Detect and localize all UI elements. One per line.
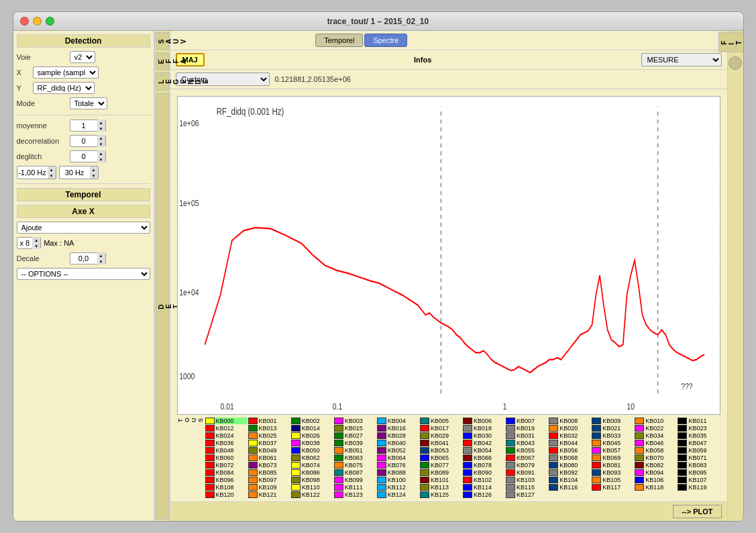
list-item[interactable]: KB022 [635, 425, 677, 432]
list-item[interactable]: KB034 [635, 432, 677, 439]
minimize-button[interactable] [33, 17, 42, 26]
list-item[interactable]: KB021 [592, 425, 634, 432]
x8-down[interactable]: ▼ [32, 243, 40, 249]
range-min[interactable] [17, 168, 48, 177]
list-item[interactable]: KB030 [463, 432, 505, 439]
list-item[interactable]: KB052 [377, 447, 419, 454]
list-item[interactable]: KB115 [506, 484, 548, 491]
list-item[interactable]: KB062 [291, 454, 333, 461]
plot-button[interactable]: --> PLOT [673, 505, 721, 518]
list-item[interactable]: KB072 [205, 462, 248, 469]
list-item[interactable]: KB118 [635, 484, 677, 491]
list-item[interactable]: KB107 [678, 477, 720, 483]
mesure-select[interactable]: MESURE [641, 53, 722, 66]
range-max-input[interactable]: ▲ ▼ [59, 166, 99, 179]
deglitch-input[interactable] [70, 152, 97, 160]
list-item[interactable]: KB116 [549, 484, 591, 491]
range-min-down[interactable]: ▼ [48, 173, 56, 179]
decale-spinbox[interactable]: ▲ ▼ [70, 252, 106, 264]
list-item[interactable]: KB096 [205, 477, 248, 483]
x-select[interactable]: sample (sampl [33, 66, 99, 79]
list-item[interactable]: KB114 [463, 484, 505, 491]
sauv-button[interactable]: SAUV [156, 32, 169, 50]
range-max-down[interactable]: ▼ [90, 173, 98, 179]
list-item[interactable]: KB079 [506, 462, 548, 469]
list-item[interactable]: KB112 [377, 484, 419, 491]
list-item[interactable]: KB073 [248, 462, 290, 469]
list-item[interactable]: KB008 [549, 418, 591, 424]
list-item[interactable]: KB050 [291, 447, 333, 454]
list-item[interactable]: KB108 [205, 484, 248, 491]
list-item[interactable]: KB091 [506, 469, 548, 476]
decale-input[interactable] [70, 254, 97, 262]
list-item[interactable]: KB069 [592, 454, 634, 461]
list-item[interactable]: KB044 [549, 440, 591, 446]
range-max[interactable] [60, 168, 90, 177]
x8-up[interactable]: ▲ [32, 237, 40, 243]
deglitch-down[interactable]: ▼ [97, 156, 105, 162]
detection-button[interactable]: DETECTION [156, 93, 169, 520]
list-item[interactable]: KB100 [377, 477, 419, 483]
list-item[interactable]: KB092 [549, 469, 591, 476]
list-item[interactable]: KB077 [420, 462, 462, 469]
list-item[interactable]: KB004 [377, 418, 419, 424]
list-item[interactable]: KB009 [592, 418, 634, 424]
list-item[interactable]: KB113 [420, 484, 462, 491]
options-select[interactable]: -- OPTIONS -- [17, 268, 150, 280]
list-item[interactable]: KB040 [377, 440, 419, 446]
list-item[interactable]: KB059 [678, 447, 720, 454]
list-item[interactable]: KB106 [635, 477, 677, 483]
list-item[interactable]: KB039 [334, 440, 376, 446]
list-item[interactable]: KB076 [377, 462, 419, 469]
list-item[interactable]: KB081 [592, 462, 634, 469]
list-item[interactable]: KB124 [377, 491, 419, 498]
list-item[interactable]: KB038 [291, 440, 333, 446]
compass-button[interactable] [728, 56, 742, 70]
list-item[interactable]: KB097 [248, 477, 290, 483]
list-item[interactable]: KB086 [291, 469, 333, 476]
list-item[interactable]: KB023 [678, 425, 720, 432]
decorrelation-spinbox[interactable]: ▲ ▼ [70, 135, 106, 147]
y-select[interactable]: RF_didq (Hz) [33, 82, 95, 94]
list-item[interactable]: KB063 [334, 454, 376, 461]
legende-button[interactable]: LEGENDE [156, 72, 169, 91]
list-item[interactable]: KB012 [205, 425, 248, 432]
fits-button[interactable]: FITS [718, 32, 743, 52]
list-item[interactable]: KB102 [463, 477, 505, 483]
list-item[interactable]: KB093 [592, 469, 634, 476]
list-item[interactable]: KB090 [463, 469, 505, 476]
list-item[interactable]: KB043 [506, 440, 548, 446]
list-item[interactable]: KB070 [635, 454, 677, 461]
decale-down[interactable]: ▼ [97, 258, 105, 264]
list-item[interactable]: KB084 [205, 469, 248, 476]
list-item[interactable]: KB121 [248, 491, 290, 498]
list-item[interactable]: KB036 [205, 440, 248, 446]
list-item[interactable]: KB029 [420, 432, 462, 439]
list-item[interactable]: KB048 [205, 447, 248, 454]
list-item[interactable]: KB035 [678, 432, 720, 439]
list-item[interactable]: KB057 [592, 447, 634, 454]
list-item[interactable]: KB051 [334, 447, 376, 454]
list-item[interactable]: KB042 [463, 440, 505, 446]
list-item[interactable]: KB045 [592, 440, 634, 446]
x8-spinbox[interactable]: x 8 ▲ ▼ [17, 237, 42, 249]
list-item[interactable]: KB013 [248, 425, 290, 432]
list-item[interactable]: KB105 [592, 477, 634, 483]
voie-select[interactable]: v2 [70, 51, 95, 63]
list-item[interactable]: KB078 [463, 462, 505, 469]
list-item[interactable]: KB060 [205, 454, 248, 461]
moyenne-up[interactable]: ▲ [97, 119, 105, 126]
list-item[interactable]: KB025 [248, 432, 290, 439]
list-item[interactable]: KB018 [463, 425, 505, 432]
list-item[interactable]: KB053 [420, 447, 462, 454]
list-item[interactable]: KB119 [678, 484, 720, 491]
mode-select[interactable]: Totale [70, 97, 107, 109]
list-item[interactable]: KB089 [420, 469, 462, 476]
list-item[interactable]: KB017 [420, 425, 462, 432]
range-min-input[interactable]: ▲ ▼ [17, 166, 56, 179]
list-item[interactable]: KB046 [635, 440, 677, 446]
list-item[interactable]: KB031 [506, 432, 548, 439]
deglitch-up[interactable]: ▲ [97, 150, 105, 156]
list-item[interactable]: KB003 [334, 418, 376, 424]
list-item[interactable]: KB033 [592, 432, 634, 439]
